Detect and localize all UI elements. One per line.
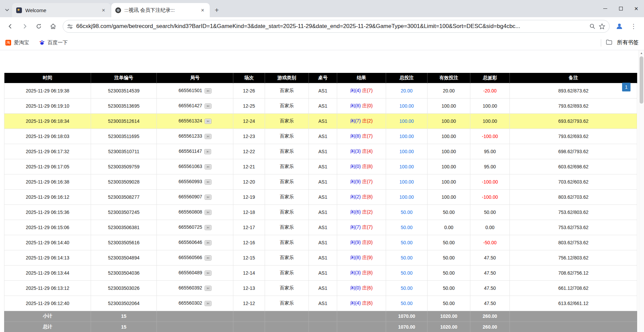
result-player: 闲(0) [350,164,361,169]
total-bet-link[interactable]: 50.00 [401,240,412,245]
total-bet-link[interactable]: 100.00 [400,118,414,124]
site-info-icon[interactable] [67,24,73,29]
tab-close-icon[interactable]: ✕ [100,7,107,13]
new-tab-button[interactable]: + [212,5,222,15]
total-bet-link[interactable]: 50.00 [401,210,412,215]
video-replay-icon[interactable] [205,103,211,108]
scrollbar-thumb[interactable] [640,56,643,104]
column-header: 桌号 [309,73,337,83]
video-replay-icon[interactable] [205,88,211,93]
forward-button[interactable] [18,20,31,33]
page-scrollbar[interactable]: ▲ [639,50,644,332]
total-bet-link[interactable]: 50.00 [401,225,412,230]
bet-record-row: 2025-11-29 06:13:12523003503026665560392… [4,280,637,296]
total-bet-link[interactable]: 100.00 [400,194,414,200]
bookmark-baidu[interactable]: 百度一下 [39,39,68,46]
home-button[interactable] [47,20,59,33]
summary-cell: 1070.00 [386,322,428,332]
cell-result: 闲(3) 庄(8) [337,265,386,280]
total-bet-link[interactable]: 100.00 [400,134,414,139]
total-bet-link[interactable]: 50.00 [401,301,412,306]
refresh-button[interactable] [32,20,45,33]
summary-cell: 15 [91,311,157,322]
video-replay-icon[interactable] [205,285,211,290]
cell-total-bet: 50.00 [386,280,428,296]
total-bet-link[interactable]: 100.00 [400,179,414,185]
tab-bet-record[interactable]: :::视讯 会员下注纪录::: ✕ [111,3,210,17]
cell-time: 2025-11-29 06:13:44 [4,265,91,280]
all-bookmarks-group[interactable]: 所有书签 [601,39,639,47]
bookmark-aitaobao[interactable]: 淘 爱淘宝 [5,39,29,46]
summary-cell: 总计 [4,322,91,332]
round-number: 665560566 [178,255,202,260]
total-bet-link[interactable]: 100.00 [400,103,414,109]
cell-round-no: 665560907 [157,189,233,204]
video-replay-icon[interactable] [205,224,211,230]
column-header: 结果 [337,73,386,83]
bookmark-label: 百度一下 [48,39,68,46]
round-number: 665560302 [178,300,202,306]
scrollbar-up-arrow-icon[interactable]: ▲ [639,50,644,56]
video-replay-icon[interactable] [205,118,211,123]
address-bar[interactable]: 66cxkj98.com/game/betrecord_search/kind3… [63,20,610,33]
cell-round-no: 665561233 [157,129,233,144]
video-replay-icon[interactable] [205,179,211,184]
cell-total-bet: 100.00 [386,189,428,204]
total-bet-link[interactable]: 50.00 [401,270,412,276]
total-bet-link[interactable]: 100.00 [400,149,414,154]
cell-time: 2025-11-29 06:13:12 [4,280,91,296]
summary-cell [510,322,637,332]
cell-table-no: AS1 [309,220,337,235]
bookmark-star-icon[interactable] [599,23,605,30]
video-replay-icon[interactable] [204,148,211,154]
pagination-page-1-button[interactable]: 1 [622,83,631,91]
window-minimize-button[interactable] [597,0,613,17]
cell-total-bet: 100.00 [386,98,428,113]
browser-menu-icon[interactable]: ⋮ [627,20,640,33]
profile-avatar-icon[interactable] [613,20,626,33]
cell-bet-no: 523003513695 [91,98,157,113]
window-controls: ✕ [597,0,644,17]
result-player: 闲(4) [350,88,361,93]
video-replay-icon[interactable] [205,209,211,215]
cell-payout: 95.00 [470,144,510,159]
total-bet-link[interactable]: 50.00 [401,255,412,260]
table-footer: 小计151070.001020.00260.00总计151070.001020.… [4,311,637,332]
cell-result: 闲(8) 庄(7) [337,129,386,144]
cell-valid-bet: 50.00 [428,280,470,296]
video-replay-icon[interactable] [205,164,211,169]
video-replay-icon[interactable] [205,270,211,275]
cell-game-type: 百家乐 [265,144,309,159]
window-maximize-button[interactable] [613,0,628,17]
cell-result: 闲(0) 庄(8) [337,159,386,174]
cell-time: 2025-11-29 06:16:38 [4,174,91,189]
cell-valid-bet: 50.00 [428,204,470,220]
cell-table-no: AS1 [309,174,337,189]
video-replay-icon[interactable] [205,133,211,139]
total-bet-link[interactable]: 50.00 [401,285,412,291]
video-replay-icon[interactable] [205,255,211,260]
cell-payout: 47.50 [470,296,510,311]
round-number: 665560907 [178,194,202,199]
video-replay-icon[interactable] [205,240,211,245]
bet-record-row: 2025-11-29 06:19:38523003514539665561501… [4,83,637,98]
total-bet-link[interactable]: 100.00 [400,164,414,169]
tab-welcome[interactable]: Welcome ✕ [12,3,111,17]
cell-session: 12-21 [233,159,265,174]
cell-total-bet: 50.00 [386,204,428,220]
video-replay-icon[interactable] [205,300,211,306]
window-close-button[interactable]: ✕ [628,0,644,17]
zoom-magnifier-icon[interactable] [589,23,595,29]
video-replay-icon[interactable] [205,194,211,199]
cell-payout: 47.50 [470,250,510,265]
url-text[interactable]: 66cxkj98.com/game/betrecord_search/kind3… [76,23,586,30]
total-bet-link[interactable]: 20.00 [401,88,412,93]
cell-valid-bet: 100.00 [428,144,470,159]
back-button[interactable] [4,20,17,33]
bookmarks-divider [601,39,601,47]
tab-close-icon[interactable]: ✕ [200,7,206,13]
column-header: 场次 [233,73,265,83]
summary-cell [157,322,233,332]
tab-search-chevron-icon[interactable] [2,3,12,17]
summary-cell [265,311,309,322]
